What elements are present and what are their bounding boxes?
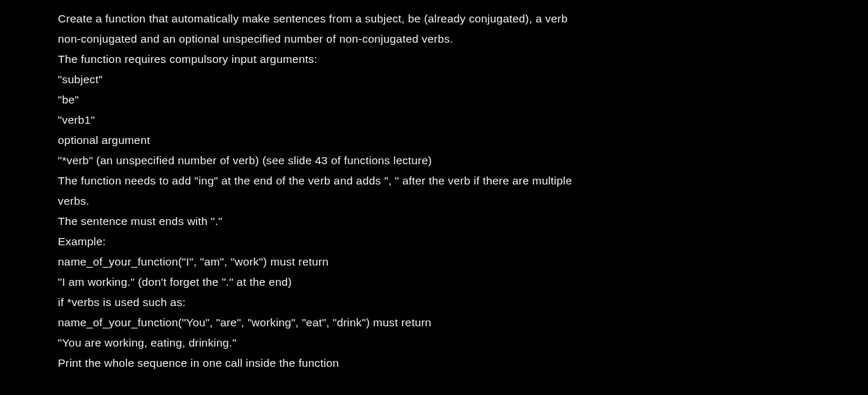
text-line: Create a function that automatically mak… xyxy=(58,9,810,29)
text-line: "be" xyxy=(58,90,810,110)
text-line: Example: xyxy=(58,232,810,252)
instructions-text-block: Create a function that automatically mak… xyxy=(58,9,810,373)
text-line: "*verb" (an unspecified number of verb) … xyxy=(58,150,810,171)
text-line: The function needs to add "ing" at the e… xyxy=(58,171,810,191)
text-line: Print the whole sequence in one call ins… xyxy=(58,353,810,373)
text-line: "You are working, eating, drinking." xyxy=(58,333,810,353)
text-line: if *verbs is used such as: xyxy=(58,292,810,313)
text-line: "I am working." (don't forget the "." at… xyxy=(58,272,810,292)
text-line: non-conjugated and an optional unspecifi… xyxy=(58,29,810,49)
text-line: name_of_your_function("I", "am", "work")… xyxy=(58,252,810,272)
text-line: "subject" xyxy=(58,69,810,90)
text-line: name_of_your_function("You", "are", "wor… xyxy=(58,313,810,333)
text-line: verbs. xyxy=(58,191,810,211)
text-line: "verb1" xyxy=(58,110,810,130)
text-line: optional argument xyxy=(58,130,810,150)
text-line: The sentence must ends with "." xyxy=(58,211,810,232)
text-line: The function requires compulsory input a… xyxy=(58,49,810,69)
